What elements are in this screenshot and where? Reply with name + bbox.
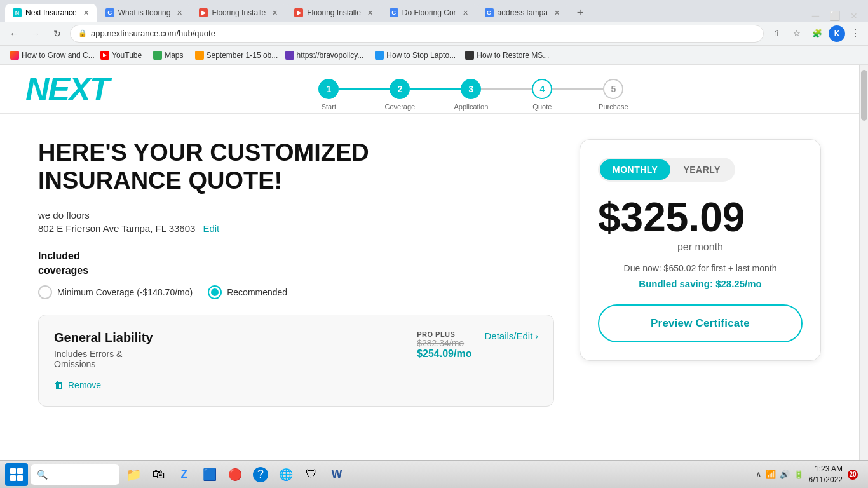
step-4-label: Quote <box>532 103 552 111</box>
tab-what-is-flooring[interactable]: G What is flooring ✕ <box>98 4 191 22</box>
coverage-option-minimum[interactable]: Minimum Coverage (-$148.70/mo) <box>38 285 193 299</box>
coverage-pricing-block: PRO PLUS $282.34/mo $254.09/mo <box>417 330 471 360</box>
tab-bar: N Next Insurance ✕ G What is flooring ✕ … <box>0 0 868 22</box>
headline-line-1: HERE'S YOUR CUSTOMIZED <box>38 139 554 167</box>
tab-close-2[interactable]: ✕ <box>177 9 182 17</box>
tab-label-2: What is flooring <box>118 8 171 17</box>
bundled-saving: Bundled saving: $28.25/mo <box>598 278 803 289</box>
connector-4-5 <box>552 88 603 90</box>
tab-close-1[interactable]: ✕ <box>83 9 89 17</box>
start-button[interactable] <box>5 463 28 486</box>
preview-certificate-button[interactable]: Preview Certificate <box>598 304 803 342</box>
bookmark-favicon-3 <box>153 51 162 60</box>
coverage-card-general-liability: General Liability Includes Errors & Omis… <box>38 315 554 407</box>
step-4-wrapper: 4 Quote <box>532 79 552 99</box>
radio-recommended <box>208 285 222 299</box>
tab-close-4[interactable]: ✕ <box>367 9 373 17</box>
price-display: $325.09 <box>598 197 803 238</box>
step-4-circle: 4 <box>532 79 552 99</box>
clock[interactable]: 1:23 AM 6/11/2022 <box>809 464 843 485</box>
pro-plus-label: PRO PLUS <box>417 330 471 338</box>
bookmark-button[interactable]: ☆ <box>788 25 806 43</box>
page-content: NEXT 1 Start <box>0 65 859 465</box>
taskbar-edge[interactable]: 🌐 <box>275 463 297 486</box>
taskbar-app-6[interactable]: 🔴 <box>224 463 247 486</box>
tab-address-tampa[interactable]: G address tampa ✕ <box>477 4 567 22</box>
tab-flooring-installe-1[interactable]: ▶ Flooring Installe ✕ <box>191 4 285 22</box>
tab-close-3[interactable]: ✕ <box>272 9 278 17</box>
taskbar-search[interactable]: 🔍 <box>31 464 119 485</box>
bookmark-maps[interactable]: Maps <box>148 50 188 61</box>
taskbar-app-5[interactable]: 🟦 <box>198 463 221 486</box>
bookmark-september[interactable]: September 1-15 ob... <box>190 50 279 61</box>
bookmark-favicon-5 <box>285 51 294 60</box>
price-current: $254.09/mo <box>417 348 471 360</box>
scrollbar-thumb[interactable] <box>861 70 867 121</box>
bookmark-restore-ms[interactable]: How to Restore MS... <box>460 50 549 61</box>
billing-yearly-option[interactable]: YEARLY <box>670 159 733 180</box>
taskbar-antivirus[interactable]: 🛡 <box>300 463 323 486</box>
connector-2-3 <box>410 88 461 90</box>
taskbar-help[interactable]: ? <box>249 463 272 486</box>
tray-wifi-icon[interactable]: 📶 <box>766 470 776 479</box>
bookmark-youtube[interactable]: ▶ YouTube <box>95 50 147 61</box>
close-button[interactable]: ✕ <box>850 11 858 21</box>
profile-avatar[interactable]: K <box>829 25 845 42</box>
step-3-number: 3 <box>468 84 473 94</box>
minimize-button[interactable]: ─ <box>812 10 819 22</box>
tab-flooring-installe-2[interactable]: ▶ Flooring Installe ✕ <box>287 4 381 22</box>
coverage-card-footer: 🗑 Remove <box>54 379 538 391</box>
tab-close-6[interactable]: ✕ <box>554 9 560 17</box>
taskbar-file-explorer[interactable]: 📁 <box>122 463 145 486</box>
coverage-minimum-label: Minimum Coverage (-$148.70/mo) <box>57 287 193 297</box>
tray-up-icon[interactable]: ∧ <box>756 470 762 479</box>
forward-button[interactable]: → <box>27 25 44 43</box>
coverage-label: Included coverages <box>38 249 554 278</box>
connector-3-4 <box>481 88 532 90</box>
browser-frame: N Next Insurance ✕ G What is flooring ✕ … <box>0 0 868 465</box>
tab-close-5[interactable]: ✕ <box>463 9 468 17</box>
coverage-option-recommended[interactable]: Recommended <box>208 285 287 299</box>
clock-time: 1:23 AM <box>809 464 843 475</box>
new-tab-button[interactable]: + <box>571 4 589 22</box>
address-bar-row: ← → ↻ 🔒 app.nextinsurance.com/hub/quote … <box>0 22 868 46</box>
address-box[interactable]: 🔒 app.nextinsurance.com/hub/quote <box>70 25 764 43</box>
remove-button[interactable]: 🗑 Remove <box>54 379 101 391</box>
tray-battery-icon[interactable]: 🔋 <box>794 470 804 479</box>
main-layout: HERE'S YOUR CUSTOMIZED INSURANCE QUOTE! … <box>0 114 859 442</box>
menu-button[interactable]: ⋮ <box>848 27 863 39</box>
tab-next-insurance[interactable]: N Next Insurance ✕ <box>5 4 97 22</box>
bookmark-how-to-grow[interactable]: How to Grow and C... <box>5 50 94 61</box>
edit-link[interactable]: Edit <box>203 223 219 234</box>
taskbar-microsoft-store[interactable]: 🛍 <box>147 463 170 486</box>
tray-volume-icon[interactable]: 🔊 <box>780 470 790 479</box>
taskbar-word[interactable]: W <box>325 463 348 486</box>
bookmark-favicon-1 <box>10 51 19 60</box>
due-now: Due now: $650.02 for first + last month <box>598 263 803 273</box>
step-5-label: Purchase <box>599 103 628 111</box>
business-address-text: 802 E Frierson Ave Tampa, FL 33603 <box>38 223 195 234</box>
step-3-wrapper: 3 Application <box>461 79 481 99</box>
remove-label: Remove <box>68 380 101 390</box>
extension-puzzle-button[interactable]: 🧩 <box>808 25 826 43</box>
share-button[interactable]: ⇧ <box>768 25 785 43</box>
bookmark-stop-laptop[interactable]: How to Stop Lapto... <box>370 50 459 61</box>
bookmark-favicon-4 <box>195 51 204 60</box>
maximize-button[interactable]: ⬜ <box>829 11 840 21</box>
billing-monthly-option[interactable]: MONTHLY <box>600 159 670 180</box>
next-logo: NEXT <box>25 72 109 105</box>
taskbar-zoom[interactable]: Z <box>173 463 196 486</box>
business-name: we do floors <box>38 210 554 220</box>
site-header: NEXT 1 Start <box>0 65 859 114</box>
back-button[interactable]: ← <box>5 25 23 43</box>
quote-headline: HERE'S YOUR CUSTOMIZED INSURANCE QUOTE! <box>38 139 554 194</box>
reload-button[interactable]: ↻ <box>48 25 66 43</box>
step-3-label: Application <box>454 103 488 111</box>
scrollbar-track[interactable] <box>859 65 868 465</box>
coverage-recommended-label: Recommended <box>227 287 287 297</box>
clock-date: 6/11/2022 <box>809 475 843 485</box>
notification-badge[interactable]: 20 <box>848 470 858 480</box>
tab-do-flooring-cor[interactable]: G Do Flooring Cor ✕ <box>382 4 476 22</box>
details-edit-button[interactable]: Details/Edit › <box>484 330 538 341</box>
bookmark-bravo[interactable]: https://bravopolicy... <box>280 50 369 61</box>
